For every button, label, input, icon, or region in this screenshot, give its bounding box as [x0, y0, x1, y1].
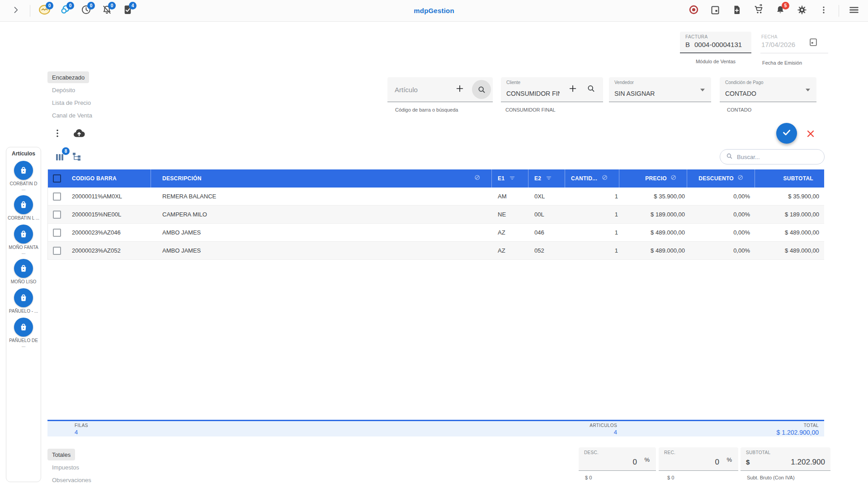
calendar-icon: [710, 5, 721, 17]
filter-icon[interactable]: [474, 174, 481, 183]
main-menu-button[interactable]: [844, 1, 863, 20]
articulo-search-button[interactable]: [472, 80, 491, 99]
cell-e2: 0XL: [534, 193, 545, 200]
cell-descripcion: REMERA BALANCE: [162, 193, 216, 200]
menu-item-deposito[interactable]: Depósito: [47, 84, 80, 96]
condicion-pago-select[interactable]: Condición de Pago CONTADO: [720, 77, 816, 102]
table-row[interactable]: 20000015%NE00L CAMPERA MILO NE 00L 1 $ 1…: [48, 206, 824, 224]
col-subtotal[interactable]: SUBTOTAL: [783, 175, 813, 182]
table-row[interactable]: 20000011%AM0XL REMERA BALANCE AM 0XL 1 $…: [48, 188, 824, 206]
cell-descuento: 0,00%: [733, 229, 750, 236]
menu-item-canal-de-venta[interactable]: Canal de Venta: [47, 109, 97, 121]
filter-icon[interactable]: [670, 174, 678, 183]
col-descuento[interactable]: DESCUENTO: [698, 175, 734, 182]
select-all-checkbox[interactable]: [53, 174, 61, 183]
calendar-button[interactable]: [706, 1, 725, 20]
pending-button[interactable]: 0: [76, 1, 95, 20]
factura-letter: B: [685, 41, 690, 48]
col-descripcion[interactable]: DESCRIPCIÓN: [162, 175, 202, 182]
deals-badge: 0: [46, 2, 53, 9]
table-row[interactable]: 20000023%AZ052 AMBO JAMES AZ 052 1 $ 489…: [48, 242, 824, 260]
factura-field[interactable]: FACTURA B 0004-00004131: [680, 32, 751, 53]
filter-icon[interactable]: [737, 174, 745, 183]
subtotal-field[interactable]: SUBTOTAL $ 1.202.900: [741, 447, 830, 471]
subtotal-helper: Subt. Bruto (Con IVA): [747, 475, 795, 480]
more-options-button[interactable]: [814, 1, 833, 20]
articulo-shortcut[interactable]: CORBATIN D ...: [7, 161, 40, 191]
columns-button[interactable]: 8: [51, 149, 69, 167]
cancel-button[interactable]: [805, 128, 816, 141]
pending-badge: 0: [87, 2, 95, 9]
filter-icon[interactable]: [601, 174, 609, 183]
descuento-global-field[interactable]: DESC. 0 %: [579, 447, 656, 471]
deals-button[interactable]: 0: [35, 1, 54, 20]
vendedor-label: Vendedor: [614, 80, 634, 85]
cart-button[interactable]: [749, 1, 768, 20]
cell-descuento: 0,00%: [733, 247, 750, 254]
cliente-field[interactable]: Cliente CONSUMIDOR FINA: [501, 77, 603, 102]
vendedor-select[interactable]: Vendedor SIN ASIGNAR: [609, 77, 711, 102]
muted-alerts-badge: 0: [108, 2, 116, 9]
add-cliente-button[interactable]: [568, 84, 578, 95]
expand-sidebar-button[interactable]: [6, 1, 25, 20]
settings-button[interactable]: [793, 1, 811, 20]
menu-item-encabezado[interactable]: Encabezado: [47, 71, 89, 83]
cloud-upload-icon[interactable]: [72, 127, 86, 142]
tab-totales[interactable]: Totales: [47, 449, 75, 460]
row-checkbox[interactable]: [53, 211, 61, 219]
cell-subtotal: $ 489.000,00: [785, 247, 819, 254]
new-document-button[interactable]: [727, 1, 746, 20]
articulos-sidebar-title: Artículos: [12, 150, 35, 157]
cliente-search-button[interactable]: [586, 84, 596, 95]
tasks-badge: 4: [129, 2, 137, 9]
tab-impuestos[interactable]: Impuestos: [47, 461, 84, 473]
desc-value: 0: [633, 458, 637, 467]
menu-item-lista-de-precio[interactable]: Lista de Precio: [47, 97, 95, 108]
calendar-picker-icon[interactable]: [808, 37, 818, 49]
articulo-shortcut[interactable]: MOÑO LISO: [7, 259, 40, 284]
add-articulo-button[interactable]: [455, 84, 465, 95]
articulo-field[interactable]: Artículo: [387, 77, 493, 102]
tasks-button[interactable]: 4: [118, 1, 137, 20]
articulo-helper: Código de barra o búsqueda: [395, 107, 458, 113]
cell-descripcion: CAMPERA MILO: [162, 211, 207, 218]
col-e2[interactable]: E2: [534, 175, 541, 182]
confirm-button[interactable]: [776, 123, 797, 144]
articulo-shortcut[interactable]: PAÑUELO - ...: [7, 288, 40, 314]
row-checkbox[interactable]: [53, 192, 61, 201]
col-e1[interactable]: E1: [498, 175, 505, 182]
notifications-button[interactable]: 5: [771, 1, 790, 20]
rings-button[interactable]: 0: [56, 1, 75, 20]
cell-precio: $ 35.900,00: [654, 193, 685, 200]
table-header-row: CODIGO BARRA DESCRIPCIÓN E1 E2 C: [48, 169, 824, 188]
row-checkbox[interactable]: [53, 229, 61, 237]
condicion-pago-helper: CONTADO: [727, 107, 751, 113]
subtotal-prefix: $: [746, 458, 750, 466]
tree-view-icon[interactable]: [71, 151, 82, 164]
articulo-shortcut-label: CORBATIN D ...: [7, 181, 40, 191]
col-codigo-barra[interactable]: CODIGO BARRA: [72, 175, 117, 182]
header-more-button[interactable]: [52, 128, 63, 141]
record-icon: [688, 4, 699, 17]
articulo-shortcut[interactable]: CORBATIN L ...: [7, 195, 40, 221]
articulos-summary: ARTICULOS 4: [590, 423, 617, 436]
filter-lines-icon[interactable]: [509, 174, 516, 183]
col-precio[interactable]: PRECIO: [645, 175, 667, 182]
notifications-badge: 5: [782, 2, 789, 9]
row-checkbox[interactable]: [53, 247, 61, 255]
filter-lines-icon[interactable]: [545, 174, 552, 183]
basket-icon: [14, 225, 33, 244]
articulo-shortcut-label: PAÑUELO - ...: [7, 309, 40, 314]
articulo-shortcut[interactable]: MOÑO FANTA ...: [7, 225, 40, 255]
articulo-shortcut-label: MOÑO LISO: [7, 279, 40, 284]
table-row[interactable]: 20000023%AZ046 AMBO JAMES AZ 046 1 $ 489…: [48, 224, 824, 242]
tab-observaciones[interactable]: Observaciones: [47, 474, 96, 486]
articulo-shortcut[interactable]: PAÑUELO DE ...: [7, 318, 40, 348]
record-button[interactable]: [684, 1, 703, 20]
table-search-input[interactable]: Buscar...: [720, 149, 825, 164]
shopping-cart-icon: [753, 4, 764, 17]
cell-codigo: 20000023%AZ052: [72, 247, 121, 254]
recargo-field[interactable]: REC. 0 %: [659, 447, 738, 471]
muted-alerts-button[interactable]: 0: [97, 1, 116, 20]
col-cantidad[interactable]: CANTID...: [571, 175, 597, 182]
